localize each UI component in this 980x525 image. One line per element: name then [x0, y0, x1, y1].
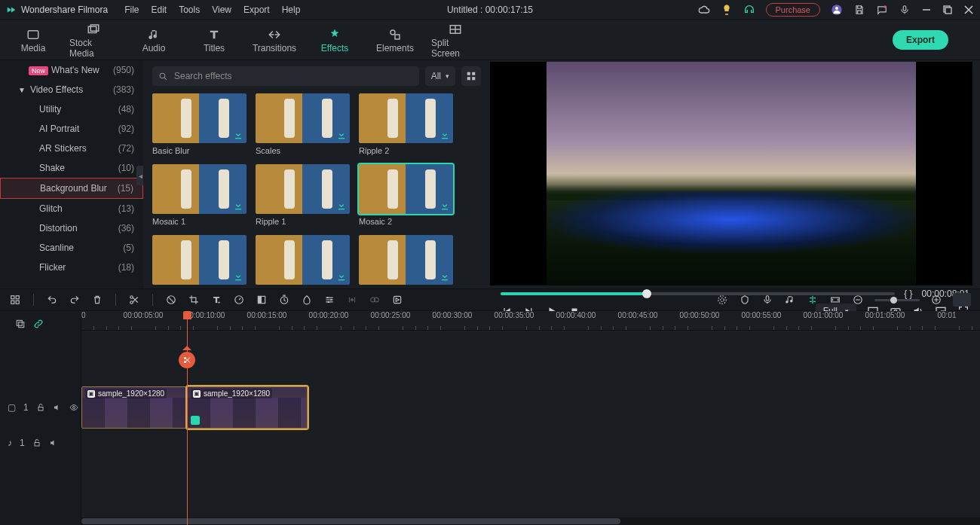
tab-titles[interactable]: Titles: [190, 21, 238, 59]
save-icon[interactable]: [853, 4, 865, 16]
svg-rect-14: [472, 72, 475, 75]
lock-icon[interactable]: [32, 438, 41, 447]
tab-audio[interactable]: Audio: [130, 21, 178, 59]
download-icon[interactable]: [336, 271, 347, 282]
duration-icon[interactable]: [278, 294, 290, 306]
link-icon[interactable]: [33, 319, 44, 329]
sidebar-whats-new[interactable]: NewWhat's New (950): [0, 60, 143, 80]
preview-scrubber[interactable]: [501, 288, 895, 299]
menu-file[interactable]: File: [124, 5, 139, 15]
sidebar-collapse-handle[interactable]: ◂: [136, 166, 143, 185]
color-icon[interactable]: [256, 294, 268, 306]
mute-icon[interactable]: [49, 438, 58, 447]
cloud-icon[interactable]: [698, 4, 710, 16]
sidebar-item-distortion[interactable]: Distortion(36): [0, 218, 143, 238]
copy-tracks-icon[interactable]: [15, 319, 26, 329]
download-icon[interactable]: [233, 200, 243, 211]
download-icon[interactable]: [336, 130, 347, 140]
video-track-1[interactable]: ▣sample_1920×1280 ▣sample_1920×1280: [81, 386, 980, 429]
view-grid-button[interactable]: [461, 66, 481, 86]
download-icon[interactable]: [439, 271, 450, 282]
sidebar-item-utility[interactable]: Utility(48): [0, 99, 143, 119]
split-marker-icon[interactable]: [179, 352, 195, 368]
shortcuts-icon[interactable]: [9, 294, 21, 306]
effect-card[interactable]: Mosaic 2: [359, 164, 453, 226]
render-icon[interactable]: [391, 294, 403, 306]
svg-rect-23: [11, 296, 14, 299]
mute-icon[interactable]: [53, 403, 62, 412]
sidebar-item-scanline[interactable]: Scanline(5): [0, 238, 143, 258]
account-icon[interactable]: [831, 4, 843, 16]
tab-stock-media[interactable]: Stock Media: [69, 21, 118, 59]
redo-icon[interactable]: [69, 294, 81, 306]
delete-icon[interactable]: [91, 294, 103, 306]
download-icon[interactable]: [233, 130, 243, 140]
effect-card[interactable]: [256, 235, 350, 288]
tab-split-screen[interactable]: Split Screen: [431, 21, 479, 59]
clip-1[interactable]: ▣sample_1920×1280: [81, 386, 187, 429]
minimize-button[interactable]: [921, 5, 932, 15]
purchase-button[interactable]: Purchase: [766, 3, 820, 17]
tab-elements[interactable]: Elements: [371, 21, 419, 59]
adjust-icon[interactable]: [323, 294, 335, 306]
text-tool-icon[interactable]: [210, 294, 222, 306]
sidebar-item-ai-portrait[interactable]: AI Portrait(92): [0, 119, 143, 139]
lock-icon[interactable]: [36, 403, 45, 412]
audio-track-1[interactable]: [81, 432, 980, 454]
speed-icon[interactable]: [233, 294, 245, 306]
clip-2[interactable]: ▣sample_1920×1280: [187, 386, 308, 429]
download-icon[interactable]: [233, 271, 243, 282]
support-icon[interactable]: [743, 4, 755, 16]
undo-icon[interactable]: [46, 294, 58, 306]
menu-export[interactable]: Export: [243, 5, 270, 15]
download-icon[interactable]: [336, 200, 347, 211]
split-icon[interactable]: [128, 294, 140, 306]
timeline-canvas[interactable]: 0000:00:05:0000:00:10:0000:00:15:0000:00…: [81, 311, 980, 525]
sidebar-item-flicker[interactable]: Flicker(18): [0, 258, 143, 277]
download-icon[interactable]: [439, 200, 450, 211]
effect-card[interactable]: Basic Blur: [152, 93, 247, 155]
sidebar-item-glitch[interactable]: Glitch(13): [0, 199, 143, 218]
export-button[interactable]: Export: [893, 30, 948, 50]
tips-icon[interactable]: [721, 4, 733, 16]
tab-effects[interactable]: Effects: [311, 21, 359, 59]
timeline-h-scrollbar[interactable]: [81, 517, 980, 525]
menu-tools[interactable]: Tools: [179, 5, 200, 15]
keyframe-icon[interactable]: [346, 294, 358, 306]
timeline-ruler[interactable]: 0000:00:05:0000:00:10:0000:00:15:0000:00…: [81, 311, 980, 331]
effect-card[interactable]: [359, 235, 453, 288]
tab-transitions[interactable]: Transitions: [250, 21, 299, 59]
menu-help[interactable]: Help: [282, 5, 301, 15]
effect-label: Ripple 1: [256, 217, 350, 226]
sidebar-item-background-blur[interactable]: Background Blur(15): [0, 178, 143, 199]
search-input[interactable]: Search effects: [152, 66, 419, 86]
message-icon[interactable]: [876, 4, 888, 16]
group-icon[interactable]: [369, 294, 381, 306]
no-icon[interactable]: [165, 294, 177, 306]
sidebar-video-effects[interactable]: ▼Video Effects (383): [0, 80, 143, 99]
chevron-down-icon: ▼: [18, 86, 26, 94]
zoom-slider[interactable]: [874, 299, 920, 301]
menu-view[interactable]: View: [212, 5, 231, 15]
audio-track-header[interactable]: ♪ 1: [0, 432, 81, 454]
preview-canvas[interactable]: [490, 62, 972, 285]
sidebar-item-ar-stickers[interactable]: AR Stickers(72): [0, 139, 143, 158]
video-track-header[interactable]: ▢ 1: [0, 386, 81, 429]
crop-icon[interactable]: [188, 294, 200, 306]
effect-card[interactable]: Mosaic 1: [152, 164, 247, 226]
maximize-button[interactable]: [942, 5, 953, 15]
sidebar-item-shake[interactable]: Shake(10): [0, 158, 143, 178]
download-icon[interactable]: [439, 130, 450, 140]
effect-card[interactable]: [152, 235, 247, 288]
close-button[interactable]: [963, 5, 974, 15]
tab-media[interactable]: Media: [9, 21, 57, 59]
filter-dropdown[interactable]: All▾: [425, 66, 455, 86]
visibility-icon[interactable]: [69, 403, 78, 412]
effect-card[interactable]: Scales: [256, 93, 350, 155]
effect-card[interactable]: Ripple 1: [256, 164, 350, 226]
menu-edit[interactable]: Edit: [152, 5, 167, 15]
effect-card[interactable]: Ripple 2: [359, 93, 453, 155]
mic-icon[interactable]: [899, 4, 911, 16]
green-screen-icon[interactable]: [301, 294, 313, 306]
zoom-in-icon[interactable]: [930, 294, 942, 306]
